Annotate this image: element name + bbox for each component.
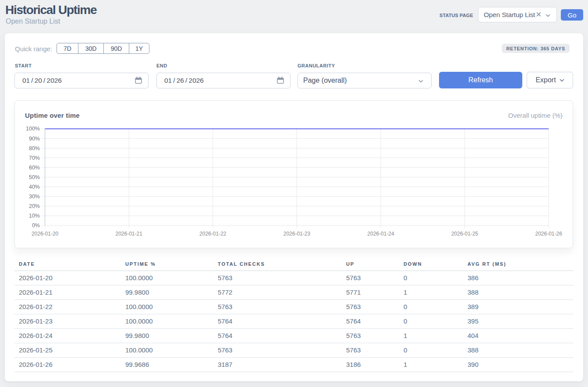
svg-text:90%: 90% (29, 136, 40, 142)
svg-text:100%: 100% (26, 126, 40, 132)
svg-text:70%: 70% (29, 155, 40, 161)
svg-text:30%: 30% (29, 194, 40, 200)
svg-text:0%: 0% (32, 222, 40, 229)
svg-text:2026-01-22: 2026-01-22 (199, 231, 227, 237)
svg-text:2026-01-23: 2026-01-23 (283, 231, 311, 237)
svg-text:2026-01-21: 2026-01-21 (116, 231, 143, 237)
svg-text:50%: 50% (29, 174, 40, 180)
svg-text:40%: 40% (29, 184, 40, 190)
svg-text:2026-01-20: 2026-01-20 (32, 231, 59, 237)
svg-text:2026-01-25: 2026-01-25 (451, 231, 478, 237)
svg-text:2026-01-26: 2026-01-26 (535, 231, 563, 237)
svg-text:60%: 60% (29, 165, 40, 171)
svg-text:20%: 20% (29, 203, 40, 209)
svg-text:10%: 10% (29, 213, 40, 219)
svg-text:2026-01-24: 2026-01-24 (367, 231, 394, 237)
svg-text:80%: 80% (29, 145, 40, 151)
